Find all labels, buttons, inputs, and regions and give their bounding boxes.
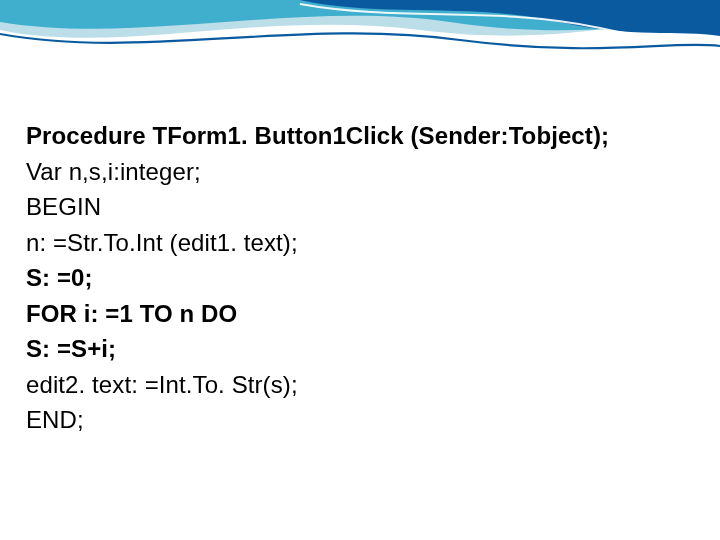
slide: Procedure TForm1. Button1Click (Sender:T… [0,0,720,540]
code-line-2: Var n,s,i:integer; [26,154,690,190]
code-line-5: S: =0; [26,260,690,296]
code-line-7: S: =S+i; [26,331,690,367]
code-line-1: Procedure TForm1. Button1Click (Sender:T… [26,118,690,154]
code-line-4: n: =Str.To.Int (edit1. text); [26,225,690,261]
code-line-8: edit2. text: =Int.To. Str(s); [26,367,690,403]
code-line-3: BEGIN [26,189,690,225]
code-line-6: FOR i: =1 TO n DO [26,296,690,332]
wave-svg [0,0,720,120]
header-wave-decoration [0,0,720,120]
code-block: Procedure TForm1. Button1Click (Sender:T… [26,118,690,438]
code-line-9: END; [26,402,690,438]
